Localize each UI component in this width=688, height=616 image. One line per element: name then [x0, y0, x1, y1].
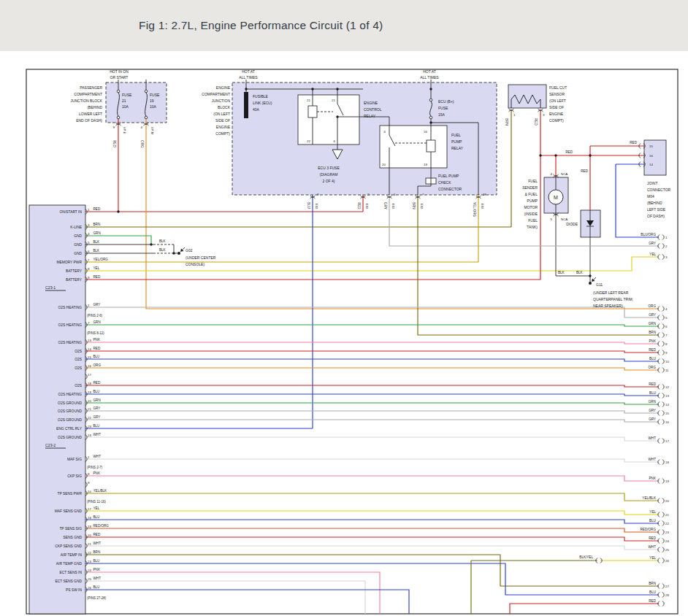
- ecm-pin-label: ON/START IN: [60, 210, 83, 214]
- ecm-pin-label: O2S: [74, 358, 83, 361]
- diagram-label: CONNECTOR: [647, 188, 671, 192]
- connector-mark-icon: [658, 558, 665, 563]
- edge-wire-color: GRY: [649, 242, 656, 245]
- exit-connector-name: E02: [315, 204, 318, 209]
- diagram-label: CONNECTOR: [438, 187, 462, 191]
- ecm-pin-note: (PINS 2-6): [87, 314, 103, 317]
- ecm-wire-color: GRN: [93, 399, 101, 402]
- ecm-pin-number: 22: [88, 416, 91, 420]
- edge-wire-color: RED: [649, 382, 656, 386]
- diagram-label: TANK): [527, 225, 538, 229]
- edge-pin-number: 14: [665, 403, 669, 407]
- diagram-label: HOT AT: [423, 69, 436, 74]
- connector-mark-icon: [658, 368, 665, 373]
- ecm-pin-label: MAF SIG: [67, 458, 82, 461]
- diagram-label: ALL TIMES: [420, 75, 439, 80]
- ecm-pin-label: MAF SENS GND: [55, 509, 83, 513]
- diagram-label: 9: [113, 126, 115, 129]
- ecm-pin-number: 10: [88, 490, 91, 493]
- diagram-label: COMPARTMENT: [74, 92, 102, 96]
- ecm-pin-number: 8: [88, 472, 90, 476]
- ecm-pin-number: 26: [88, 586, 91, 590]
- ecm-wire-color: RED/ORG: [93, 524, 110, 528]
- exit-wire-color: YEL/ORG: [473, 202, 476, 217]
- ecm-wire-color: GRN: [93, 320, 101, 324]
- diagram-label: LEFT SIDE: [647, 207, 666, 212]
- wire-wht: [85, 581, 365, 614]
- ecm-pin-label: BATTERY: [66, 269, 83, 273]
- joint-pin-number: 14: [649, 163, 653, 166]
- ecm-pin-number: 3: [88, 223, 90, 227]
- diagram-label: 19: [424, 163, 427, 166]
- diagram-label: FUSE: [438, 106, 448, 110]
- diagram-label: & FUEL: [524, 192, 538, 196]
- ground-icon: [177, 252, 180, 255]
- diagram-label: END OF DASH): [76, 118, 102, 123]
- diagram-label: RED: [630, 141, 637, 145]
- wire-grn: [85, 325, 659, 326]
- diagram-label: RELAY: [451, 146, 464, 150]
- edge-wire-color: BLU/ORG: [641, 233, 656, 236]
- ecm-pin-number: 1: [88, 455, 90, 459]
- diagram-label: NEAR SPEAKER): [593, 304, 623, 308]
- ecm-wire-color: YEL/ORG: [93, 258, 109, 261]
- connector-mark-icon: [658, 255, 665, 260]
- diagram-label: G02: [186, 248, 193, 253]
- edge-wire-color: GRY: [649, 417, 656, 421]
- ecm-pin-label: TP SENS PWR: [57, 492, 82, 496]
- edge-wire-color: RED/ORG: [641, 528, 657, 531]
- connector-mark-icon: [658, 350, 665, 355]
- ecm-pin-number: 9: [88, 276, 90, 280]
- edge-pin-number: 1: [665, 236, 668, 239]
- edge-pin-number: 4: [665, 307, 668, 311]
- diagram-label: FUEL CUT: [549, 85, 567, 90]
- edge-wire-color: BRN: [649, 582, 656, 585]
- ecm-pin-note: (PINS 8-12): [87, 331, 104, 335]
- diagram-label: NCA: [561, 172, 567, 176]
- connector-mark-icon: [658, 235, 665, 240]
- diagram-label: 3: [543, 113, 545, 117]
- ecm-wire-color: RED: [93, 347, 101, 350]
- ecm-pin-label: O2S GROUND: [58, 436, 82, 439]
- edge-wire-color: BLU: [649, 391, 656, 395]
- edge-pin-number: 16: [665, 420, 669, 424]
- diagram-label: NCA: [561, 217, 567, 221]
- diagram-label: OF DASH): [647, 214, 665, 218]
- wire-org: [85, 368, 659, 370]
- ecm-pin-label: BATTERY: [66, 278, 83, 282]
- diagram-label: ORG: [140, 140, 144, 148]
- edge-wire-color: BLU: [649, 590, 656, 594]
- ecm-wire-color: RED: [93, 381, 101, 385]
- diagram-label: (UNDER LEFT REAR: [593, 290, 629, 295]
- exit-wire-color: RED: [357, 202, 361, 209]
- diagram-label: PUMP: [527, 199, 538, 203]
- ecm-connector-name: C23-1: [45, 285, 56, 290]
- component-box: [644, 140, 666, 175]
- ecm-pin-label: PS SW IN: [66, 588, 82, 592]
- ecm-wire-color: GRN: [93, 231, 101, 235]
- diagram-label: M: [554, 195, 558, 200]
- ecm-pin-label: O2S HEATING: [58, 323, 82, 327]
- ecm-pin-number: 16: [88, 364, 91, 368]
- edge-wire-color: YEL: [649, 253, 656, 256]
- edge-pin-number: 19: [665, 480, 669, 483]
- diagram-label: 15A: [438, 112, 446, 117]
- diagram-label: CONTROL: [364, 107, 382, 112]
- edge-wire-color: BLU: [649, 357, 656, 361]
- wire-pnk: [85, 572, 380, 614]
- wire-red: [510, 604, 659, 614]
- fuse-icon: [145, 116, 148, 119]
- edge-wire-color: RED: [649, 536, 656, 540]
- edge-pin-number: 7: [665, 334, 668, 337]
- relay-box: [380, 126, 447, 168]
- ecm-pin-number: 20: [88, 399, 91, 403]
- edge-pin-number: 11: [665, 369, 669, 372]
- diagram-label: 4: [141, 126, 143, 129]
- edge-pin-number: 26: [665, 559, 669, 563]
- edge-pin-number: 17: [665, 439, 669, 443]
- ecm-wire-color: WHT: [93, 433, 102, 436]
- diagram-label: 4: [551, 172, 553, 176]
- fuse-icon: [429, 116, 432, 119]
- ecm-pin-label: AIR TEMP GND: [56, 562, 83, 566]
- diagram-label: ENGINE: [364, 101, 378, 105]
